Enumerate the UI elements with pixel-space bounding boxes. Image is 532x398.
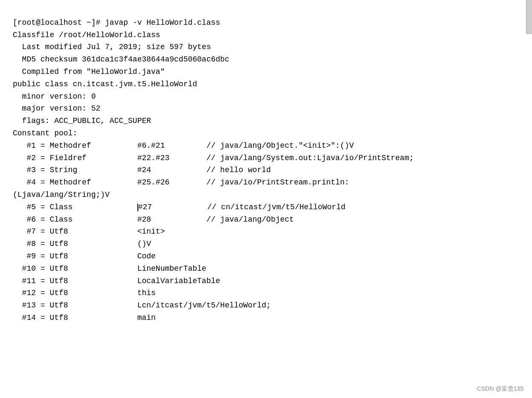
terminal-line: public class cn.itcast.jvm.t5.HelloWorld: [13, 78, 519, 91]
terminal-line: flags: ACC_PUBLIC, ACC_SUPER: [13, 115, 519, 127]
terminal-line: #8 = Utf8 ()V: [13, 238, 519, 250]
scrollbar[interactable]: [526, 0, 532, 34]
terminal-line: #11 = Utf8 LocalVariableTable: [13, 275, 519, 287]
terminal-line: Last modified Jul 7, 2019; size 597 byte…: [13, 41, 519, 53]
terminal-line: #4 = Methodref #25.#26 // java/io/PrintS…: [13, 176, 519, 189]
terminal-line: Classfile /root/HelloWorld.class: [13, 29, 519, 41]
terminal-line: #12 = Utf8 this: [13, 287, 519, 299]
terminal-line: Compiled from "HelloWorld.java": [13, 66, 519, 78]
terminal-line: minor version: 0: [13, 91, 519, 103]
terminal-line: #7 = Utf8 <init>: [13, 225, 519, 238]
terminal-line: #10 = Utf8 LineNumberTable: [13, 263, 519, 275]
terminal-line: major version: 52: [13, 102, 519, 115]
terminal-line: #3 = String #24 // hello world: [13, 164, 519, 176]
terminal-line: Constant pool:: [13, 127, 519, 140]
terminal-line: #9 = Utf8 Code: [13, 250, 519, 263]
terminal-output: [root@localhost ~]# javap -v HelloWorld.…: [0, 0, 532, 328]
terminal-line: #1 = Methodref #6.#21 // java/lang/Objec…: [13, 140, 519, 152]
terminal-line: #6 = Class #28 // java/lang/Object: [13, 214, 519, 226]
terminal-line: MD5 checksum 361dca1c3f4ae38644a9cd5060a…: [13, 53, 519, 66]
terminal-line: #13 = Utf8 Lcn/itcast/jvm/t5/HelloWorld;: [13, 299, 519, 312]
terminal-line: (Ljava/lang/String;)V: [13, 189, 519, 201]
terminal-line: #14 = Utf8 main: [13, 312, 519, 324]
watermark: CSDN @富贵135: [477, 385, 523, 393]
terminal-line: #5 = Class #27 // cn/itcast/jvm/t5/Hello…: [13, 201, 519, 214]
terminal-line: [root@localhost ~]# javap -v HelloWorld.…: [13, 17, 519, 29]
terminal-line: #2 = Fieldref #22.#23 // java/lang/Syste…: [13, 152, 519, 164]
